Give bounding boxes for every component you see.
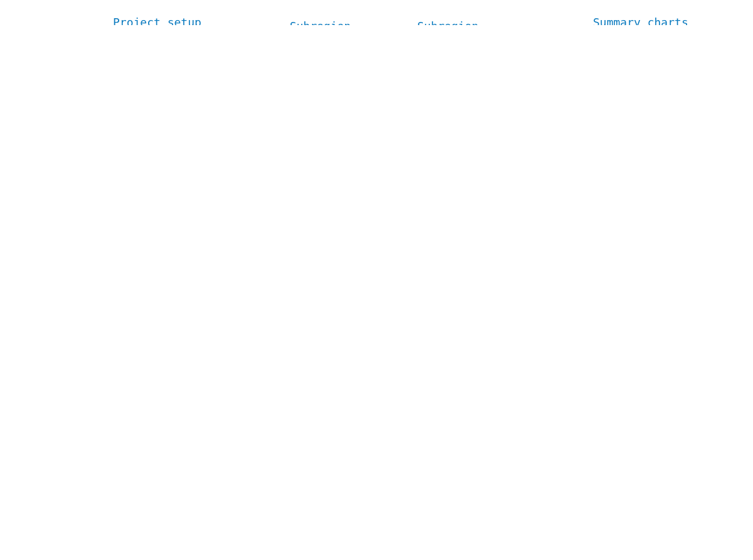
anno-subregion-summary: Subregion summary <box>417 6 479 25</box>
anno-project-setup: Project setup <box>113 16 201 25</box>
anno-summary-charts: Summary charts <box>593 16 688 25</box>
anno-subregion-conf: Subregion configuration <box>276 6 365 25</box>
